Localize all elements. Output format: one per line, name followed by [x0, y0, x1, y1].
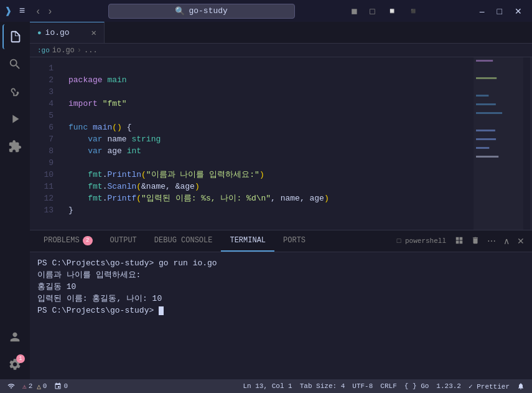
line-num: 12: [30, 192, 54, 204]
status-formatter[interactable]: ✓ Prettier: [466, 382, 512, 391]
status-line-ending[interactable]: CRLF: [378, 382, 399, 390]
status-position[interactable]: Ln 13, Col 1: [240, 382, 294, 390]
terminal-line-4: 입력된 이름: 홍길동, 나이: 10: [37, 293, 525, 305]
errors-icon: ⚠: [22, 382, 27, 391]
code-line-5: func main() {: [68, 123, 131, 132]
code-line-8: [68, 158, 73, 168]
panel-tab-output-label: OUTPUT: [110, 236, 137, 245]
terminal-line-5: PS C:\Projects\go-study>: [37, 305, 525, 316]
title-search-bar[interactable]: 🔍 go-study: [108, 4, 295, 19]
tab-label: io.go: [45, 28, 70, 37]
terminal-split-button[interactable]: [452, 235, 466, 248]
position-text: Ln 13, Col 1: [243, 382, 292, 390]
code-line-4: [68, 111, 73, 120]
line-num: 3: [30, 86, 54, 98]
line-num: 8: [30, 145, 54, 157]
terminal-line-2: 이름과 나이를 입력하세요:: [37, 269, 525, 281]
code-line-3: import "fmt": [68, 99, 127, 108]
language-text: { } Go: [404, 382, 429, 390]
sidebar-item-settings[interactable]: 1: [2, 352, 27, 377]
panel-controls: □ powershell ⋯ ∧ ✕: [397, 230, 527, 252]
code-line-10: fmt.Scanln(&name, &age): [68, 182, 200, 191]
breadcrumb-file-icon: :go: [37, 47, 50, 54]
panel-tab-ports[interactable]: PORTS: [274, 230, 314, 252]
terminal-line-1: PS C:\Projects\go-study> go run io.go: [37, 257, 525, 269]
menu-icon[interactable]: ≡: [17, 3, 28, 19]
status-notifications[interactable]: [515, 382, 527, 390]
terminal-more-button[interactable]: ⋯: [485, 235, 498, 247]
formatter-text: ✓ Prettier: [469, 382, 510, 391]
status-errors[interactable]: ⚠ 2 △ 0: [20, 382, 49, 391]
status-encoding[interactable]: UTF-8: [350, 382, 375, 390]
window-controls: – □ ✕: [475, 5, 527, 17]
sidebar-item-account[interactable]: [2, 324, 27, 349]
code-line-6: var name string: [68, 135, 161, 144]
panel-tab-debug-console[interactable]: DEBUG CONSOLE: [146, 230, 222, 252]
tab-close-button[interactable]: ✕: [91, 27, 96, 38]
breadcrumb-symbol[interactable]: ...: [84, 46, 98, 55]
line-ending-text: CRLF: [380, 382, 396, 390]
maximize-button[interactable]: □: [492, 5, 507, 17]
status-go-version[interactable]: 1.23.2: [434, 382, 464, 390]
sidebar-item-source-control[interactable]: [2, 79, 27, 104]
sidebar-item-explorer[interactable]: [2, 24, 27, 49]
status-language[interactable]: { } Go: [402, 382, 432, 390]
line-num: 2: [30, 74, 54, 86]
code-editor[interactable]: 1 2 3 4 5 6 7 8 9 10 11 12 13 package ma…: [30, 57, 532, 230]
code-content[interactable]: package main import "fmt" func main() { …: [61, 57, 532, 230]
status-remote-2[interactable]: 0: [52, 382, 70, 390]
terminal-content[interactable]: PS C:\Projects\go-study> go run io.go 이름…: [30, 252, 532, 379]
layout-controls: ◼ ◻ ◽ ◾: [347, 5, 422, 17]
settings-badge: 1: [16, 354, 25, 363]
title-search-icon: 🔍: [175, 6, 185, 16]
code-line-1: package main: [68, 75, 127, 85]
activity-bar: 1: [0, 22, 30, 379]
remote-count: 0: [63, 382, 68, 390]
panel-tabs: PROBLEMS 2 OUTPUT DEBUG CONSOLE TERMINAL…: [30, 230, 532, 252]
sidebar-item-run[interactable]: [2, 107, 27, 131]
line-num: 6: [30, 121, 54, 133]
minimize-button[interactable]: –: [475, 5, 490, 17]
breadcrumb-file[interactable]: io.go: [52, 46, 75, 55]
line-num: 13: [30, 204, 54, 216]
status-left: ⚠ 2 △ 0 0: [5, 382, 70, 391]
status-tab-size[interactable]: Tab Size: 4: [297, 382, 348, 390]
panel-collapse-button[interactable]: ∧: [501, 235, 512, 247]
nav-back-button[interactable]: ‹: [32, 4, 43, 18]
minimap: [474, 57, 523, 230]
panel-tab-ports-label: PORTS: [283, 236, 306, 245]
panel-tab-terminal-label: TERMINAL: [230, 236, 266, 245]
layout-btn-1[interactable]: ◼: [347, 5, 362, 17]
sidebar-item-search[interactable]: [2, 52, 27, 77]
code-line-7: var age int: [68, 146, 141, 156]
tab-size-text: Tab Size: 4: [300, 382, 345, 390]
line-num: 5: [30, 110, 54, 121]
layout-btn-3[interactable]: ◽: [383, 5, 401, 17]
code-line-12: }: [68, 206, 73, 215]
panel-tab-output[interactable]: OUTPUT: [101, 230, 146, 252]
line-numbers: 1 2 3 4 5 6 7 8 9 10 11 12 13: [30, 57, 61, 230]
remote-icon: [7, 382, 15, 390]
status-remote[interactable]: [5, 382, 17, 390]
close-button[interactable]: ✕: [510, 5, 527, 17]
line-num: 4: [30, 98, 54, 110]
status-right: Ln 13, Col 1 Tab Size: 4 UTF-8 CRLF { } …: [240, 382, 527, 391]
breadcrumb-separator: ›: [77, 46, 82, 55]
notifications-icon: [517, 382, 525, 390]
layout-btn-4[interactable]: ◾: [404, 5, 422, 17]
panel-close-button[interactable]: ✕: [515, 235, 527, 247]
go-version-text: 1.23.2: [436, 382, 461, 390]
terminal-name: □ powershell: [397, 237, 446, 245]
nav-forward-button[interactable]: ›: [45, 4, 55, 18]
sidebar-item-extensions[interactable]: [2, 134, 27, 159]
panel-tab-problems[interactable]: PROBLEMS 2: [35, 230, 101, 252]
terminal-kill-button[interactable]: [469, 235, 482, 248]
panel-tab-terminal[interactable]: TERMINAL: [221, 230, 274, 252]
code-line-11: fmt.Printf("입력된 이름: %s, 나이: %d\n", name,…: [68, 194, 329, 203]
editor-area: ● io.go ✕ :go io.go › ... 1 2 3 4 5: [30, 22, 532, 230]
layout-btn-2[interactable]: ◻: [365, 5, 380, 17]
status-bar: ⚠ 2 △ 0 0 Ln 13, Col 1 Tab Size: 4 UTF-8…: [0, 379, 532, 393]
title-bar: ❱ ≡ ‹ › 🔍 go-study ◼ ◻ ◽ ◾ – □ ✕: [0, 0, 532, 22]
code-line-13: [68, 217, 73, 227]
tab-io-go[interactable]: ● io.go ✕: [30, 22, 105, 43]
